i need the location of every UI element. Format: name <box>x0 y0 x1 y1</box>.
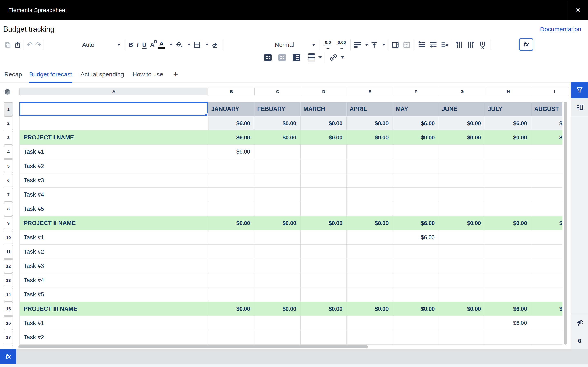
cell-C1[interactable]: FEBUARY <box>254 102 301 116</box>
superscript-button[interactable]: A <box>149 39 156 50</box>
cell-A13[interactable]: Task #4 <box>19 273 208 287</box>
cell-D14[interactable] <box>301 287 347 302</box>
cell-E1[interactable]: APRIL <box>347 102 393 116</box>
cell-I8[interactable] <box>531 202 562 216</box>
cell-F15[interactable]: $0.00 <box>393 302 439 316</box>
column-header-H[interactable]: H <box>485 88 531 95</box>
insert-link-dropdown[interactable] <box>339 52 344 63</box>
cell-E6[interactable] <box>347 173 393 188</box>
cell-D12[interactable] <box>301 259 347 273</box>
table-style-banded-button[interactable] <box>263 52 273 63</box>
tab-budget-forecast[interactable]: Budget forecast <box>29 68 72 80</box>
cell-D10[interactable] <box>301 230 347 245</box>
cell-F14[interactable] <box>393 287 439 302</box>
cell-H11[interactable] <box>485 245 531 259</box>
cell-E2[interactable]: $0.00 <box>347 116 393 131</box>
cell-B7[interactable] <box>208 188 254 202</box>
redo-button[interactable]: ↷ <box>34 39 43 50</box>
cell-C3[interactable]: $0.00 <box>254 131 301 145</box>
cell-C10[interactable] <box>254 230 301 245</box>
row-header-4[interactable]: 4 <box>4 145 13 159</box>
cell-D2[interactable]: $0.00 <box>301 116 347 131</box>
row-header-6[interactable]: 6 <box>4 174 13 187</box>
cell-G8[interactable] <box>439 202 485 216</box>
cell-I15[interactable]: $0.00 <box>531 302 562 316</box>
cell-A15[interactable]: PROJECT III NAME <box>19 302 208 316</box>
cell-B8[interactable] <box>208 202 254 216</box>
cell-I7[interactable] <box>531 188 562 202</box>
cell-G16[interactable] <box>439 316 485 330</box>
cell-F16[interactable] <box>393 316 439 330</box>
cell-C8[interactable] <box>254 202 301 216</box>
cell-F4[interactable] <box>393 145 439 159</box>
cell-F3[interactable]: $0.00 <box>393 131 439 145</box>
row-header-13[interactable]: 13 <box>4 273 13 287</box>
cell-F8[interactable] <box>393 202 439 216</box>
borders-button[interactable] <box>192 39 202 50</box>
table-style-light-button[interactable] <box>277 52 287 63</box>
cell-G17[interactable] <box>439 330 485 345</box>
cell-F6[interactable] <box>393 173 439 188</box>
cell-B5[interactable] <box>208 159 254 173</box>
line-spacing-dropdown[interactable] <box>316 52 322 63</box>
cell-A4[interactable]: Task #1 <box>19 145 208 159</box>
bold-button[interactable]: B <box>127 39 134 50</box>
row-header-16[interactable]: 16 <box>4 316 13 330</box>
row-header-17[interactable]: 17 <box>4 331 13 344</box>
cell-H8[interactable] <box>485 202 531 216</box>
cell-F10[interactable]: $6.00 <box>393 230 439 245</box>
cell-G4[interactable] <box>439 145 485 159</box>
cell-G14[interactable] <box>439 287 485 302</box>
selection-fill-handle[interactable] <box>205 113 208 117</box>
cell-A8[interactable]: Task #5 <box>19 202 208 216</box>
cell-H2[interactable]: $6.00 <box>485 116 531 131</box>
cell-I16[interactable] <box>531 316 562 330</box>
cell-H4[interactable] <box>485 145 531 159</box>
row-header-2[interactable]: 2 <box>4 117 13 130</box>
cell-F11[interactable] <box>393 245 439 259</box>
cell-C13[interactable] <box>254 273 301 287</box>
cell-G5[interactable] <box>439 159 485 173</box>
cell-F12[interactable] <box>393 259 439 273</box>
cell-I12[interactable] <box>531 259 562 273</box>
cell-A6[interactable]: Task #3 <box>19 173 208 188</box>
cell-C15[interactable]: $0.00 <box>254 302 301 316</box>
cell-H6[interactable] <box>485 173 531 188</box>
fill-color-dropdown[interactable] <box>185 39 191 50</box>
row-header-14[interactable]: 14 <box>4 288 13 301</box>
row-header-10[interactable]: 10 <box>4 231 13 244</box>
cell-D15[interactable]: $0.00 <box>301 302 347 316</box>
cell-A17[interactable]: Task #2 <box>19 330 208 345</box>
line-spacing-button[interactable] <box>307 52 316 63</box>
documentation-link[interactable]: Documentation <box>540 20 581 37</box>
cell-H10[interactable] <box>485 230 531 245</box>
cell-A9[interactable]: PROJECT II NAME <box>19 216 208 230</box>
cell-D3[interactable]: $0.00 <box>301 131 347 145</box>
insert-column-right-button[interactable] <box>466 39 476 50</box>
cell-G15[interactable]: $0.00 <box>439 302 485 316</box>
tab-recap[interactable]: Recap <box>4 68 22 80</box>
cell-F13[interactable] <box>393 273 439 287</box>
cell-A2[interactable] <box>19 116 208 131</box>
cell-G1[interactable]: JUNE <box>439 102 485 116</box>
cell-A1[interactable] <box>19 102 208 116</box>
cell-G9[interactable]: $0.00 <box>439 216 485 230</box>
cell-I3[interactable]: $0.00 <box>531 131 562 145</box>
row-header-12[interactable]: 12 <box>4 259 13 273</box>
delete-row-button[interactable] <box>439 39 450 50</box>
cell-B11[interactable] <box>208 245 254 259</box>
cell-A11[interactable]: Task #2 <box>19 245 208 259</box>
row-header-1[interactable]: 1 <box>4 102 13 116</box>
filter-button[interactable] <box>571 82 588 99</box>
cell-A3[interactable]: PROJECT I NAME <box>19 131 208 145</box>
cell-E10[interactable] <box>347 230 393 245</box>
cell-D11[interactable] <box>301 245 347 259</box>
cell-B1[interactable]: JANUARY <box>208 102 254 116</box>
column-header-C[interactable]: C <box>254 88 301 95</box>
column-header-G[interactable]: G <box>439 88 485 95</box>
cell-E3[interactable]: $0.00 <box>347 131 393 145</box>
cell-E7[interactable] <box>347 188 393 202</box>
save-button[interactable] <box>3 39 13 50</box>
column-header-B[interactable]: B <box>208 88 255 95</box>
borders-dropdown[interactable] <box>203 39 209 50</box>
